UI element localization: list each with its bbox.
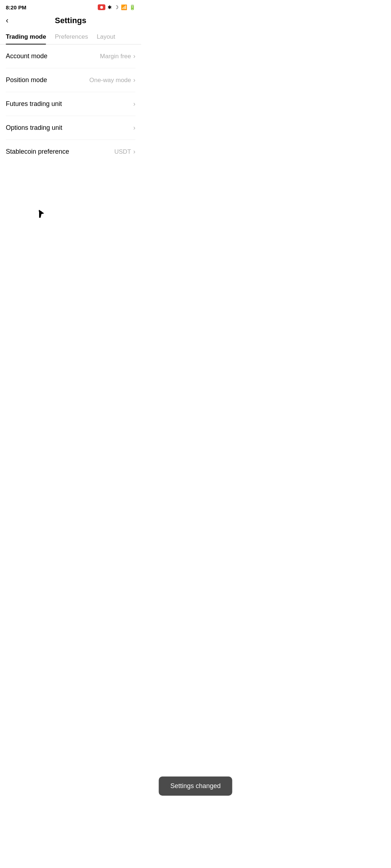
options-trading-unit-label: Options trading unit [6,124,62,132]
wifi-icon: 📶 [121,4,127,10]
menu-item-futures-trading-unit[interactable]: Futures trading unit › [6,92,135,116]
cursor-arrow [39,210,44,218]
futures-trading-unit-label: Futures trading unit [6,100,62,108]
status-time: 8:20 PM [6,4,26,10]
account-mode-value: Margin free [100,53,131,60]
status-bar: 8:20 PM ⏺ ✱ ☽ 📶 🔋 [0,0,141,13]
options-trading-unit-value-row: › [131,124,135,132]
status-icons: ⏺ ✱ ☽ 📶 🔋 [98,4,135,10]
battery-icon: 🔋 [129,4,135,10]
menu-list: Account mode Margin free › Position mode… [0,44,141,163]
position-mode-value-row: One-way mode › [89,76,135,84]
menu-item-options-trading-unit[interactable]: Options trading unit › [6,116,135,140]
account-mode-value-row: Margin free › [100,52,135,60]
moon-icon: ☽ [114,4,119,10]
menu-item-account-mode[interactable]: Account mode Margin free › [6,44,135,68]
stablecoin-preference-value: USDT [114,148,131,156]
position-mode-label: Position mode [6,76,47,84]
futures-trading-unit-chevron: › [133,100,135,108]
record-icon: ⏺ [98,4,105,10]
position-mode-chevron: › [133,76,135,84]
tab-bar: Trading mode Preferences Layout [0,30,141,44]
header: ‹ Settings [0,13,141,30]
page-title: Settings [55,16,87,25]
account-mode-label: Account mode [6,52,47,60]
stablecoin-preference-label: Stablecoin preference [6,148,69,156]
menu-item-position-mode[interactable]: Position mode One-way mode › [6,68,135,92]
options-trading-unit-chevron: › [133,124,135,132]
stablecoin-preference-chevron: › [133,148,135,156]
menu-item-stablecoin-preference[interactable]: Stablecoin preference USDT › [6,140,135,163]
futures-trading-unit-value-row: › [131,100,135,108]
position-mode-value: One-way mode [89,77,131,84]
tab-trading-mode[interactable]: Trading mode [6,30,46,44]
tab-layout[interactable]: Layout [97,30,115,44]
tab-preferences[interactable]: Preferences [55,30,88,44]
stablecoin-preference-value-row: USDT › [114,148,135,156]
back-button[interactable]: ‹ [6,16,8,25]
bluetooth-icon: ✱ [108,4,112,10]
account-mode-chevron: › [133,52,135,60]
